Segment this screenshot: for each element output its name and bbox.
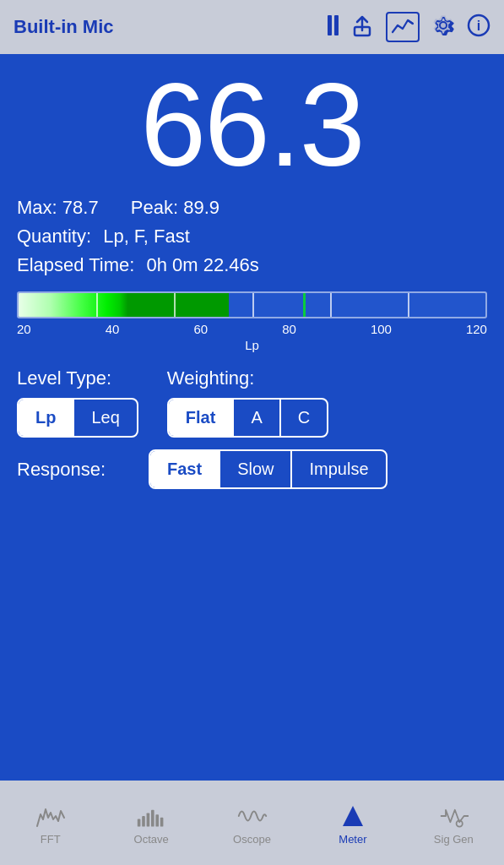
bar-label-60: 60 xyxy=(193,322,208,336)
bar-tick-active xyxy=(303,293,306,317)
weighting-buttons: Flat A C xyxy=(167,398,328,438)
quantity-label: Quantity: xyxy=(17,226,91,247)
header: Built-in Mic i xyxy=(0,0,504,54)
bar-tick-60 xyxy=(252,293,254,317)
pause-button[interactable] xyxy=(328,15,339,39)
app-title: Built-in Mic xyxy=(14,16,316,38)
stats-section: Max: 78.7 Peak: 89.9 Quantity: Lp, F, Fa… xyxy=(17,193,487,280)
controls-section: Level Type: Lp Leq Weighting: Flat A C R… xyxy=(17,367,487,489)
response-group: Response: Fast Slow Impulse xyxy=(17,449,487,489)
svg-rect-3 xyxy=(138,819,141,826)
response-impulse-button[interactable]: Impulse xyxy=(290,451,385,487)
tab-oscope[interactable]: Oscope xyxy=(202,802,302,846)
level-type-label: Level Type: xyxy=(17,367,138,389)
weighting-label: Weighting: xyxy=(167,367,328,389)
level-type-group: Level Type: Lp Leq xyxy=(17,367,138,438)
peak-value: 89.9 xyxy=(183,197,219,218)
share-button[interactable] xyxy=(350,14,374,41)
tab-siggen-label: Sig Gen xyxy=(434,833,474,846)
level-type-lp-button[interactable]: Lp xyxy=(19,400,73,436)
level-bar xyxy=(17,291,487,318)
bar-label-100: 100 xyxy=(371,322,392,336)
level-bar-container: 20 40 60 80 100 120 Lp xyxy=(17,291,487,352)
response-buttons: Fast Slow Impulse xyxy=(149,449,387,489)
tab-octave[interactable]: Octave xyxy=(100,802,201,846)
tab-octave-label: Octave xyxy=(134,833,169,846)
level-type-buttons: Lp Leq xyxy=(17,398,138,438)
bar-fill xyxy=(19,293,229,317)
main-content: 66.3 Max: 78.7 Peak: 89.9 Quantity: Lp, … xyxy=(0,54,504,781)
svg-rect-4 xyxy=(142,816,145,827)
bar-label-40: 40 xyxy=(106,322,120,336)
max-value: 78.7 xyxy=(62,197,99,218)
weighting-c-button[interactable]: C xyxy=(279,400,327,436)
elapsed-row: Elapsed Time: 0h 0m 22.46s xyxy=(17,251,487,280)
bar-tick-80 xyxy=(330,293,332,317)
level-type-leq-button[interactable]: Leq xyxy=(73,400,136,436)
svg-rect-5 xyxy=(147,813,150,826)
elapsed-value: 0h 0m 22.46s xyxy=(147,254,259,275)
tab-oscope-label: Oscope xyxy=(233,833,271,846)
svg-marker-9 xyxy=(343,806,363,826)
settings-button[interactable] xyxy=(431,14,455,41)
tab-fft-label: FFT xyxy=(41,833,61,846)
tab-meter-label: Meter xyxy=(339,833,366,846)
bar-tick-40 xyxy=(174,293,176,317)
weighting-group: Weighting: Flat A C xyxy=(167,367,328,438)
weighting-a-button[interactable]: A xyxy=(232,400,279,436)
bar-tick-100 xyxy=(408,293,409,317)
svg-rect-8 xyxy=(160,817,164,826)
bar-tick-20 xyxy=(96,293,98,317)
tab-bar: FFT Octave Oscope Meter Sig Gen xyxy=(0,781,504,865)
tab-fft[interactable]: FFT xyxy=(0,802,100,846)
quantity-row: Quantity: Lp, F, Fast xyxy=(17,222,487,251)
max-label: Max: xyxy=(17,197,57,218)
bar-label-80: 80 xyxy=(282,322,296,336)
quantity-value: Lp, F, Fast xyxy=(103,226,190,247)
svg-rect-6 xyxy=(151,809,154,826)
bar-labels: 20 40 60 80 100 120 xyxy=(17,322,487,336)
tab-meter[interactable]: Meter xyxy=(302,802,403,846)
bar-unit: Lp xyxy=(17,338,487,352)
level-display: 66.3 xyxy=(17,63,487,187)
svg-rect-7 xyxy=(156,814,160,826)
chart-button[interactable] xyxy=(386,12,420,42)
response-fast-button[interactable]: Fast xyxy=(150,451,219,487)
svg-text:i: i xyxy=(477,19,480,33)
info-button[interactable]: i xyxy=(467,14,490,41)
peak-label: Peak: xyxy=(131,197,178,218)
response-slow-button[interactable]: Slow xyxy=(219,451,290,487)
max-peak-row: Max: 78.7 Peak: 89.9 xyxy=(17,193,487,222)
response-label: Response: xyxy=(17,459,135,481)
bar-label-20: 20 xyxy=(17,322,31,336)
bar-label-120: 120 xyxy=(466,322,487,336)
elapsed-label: Elapsed Time: xyxy=(17,254,134,275)
weighting-flat-button[interactable]: Flat xyxy=(169,400,233,436)
tab-siggen[interactable]: Sig Gen xyxy=(404,802,504,846)
